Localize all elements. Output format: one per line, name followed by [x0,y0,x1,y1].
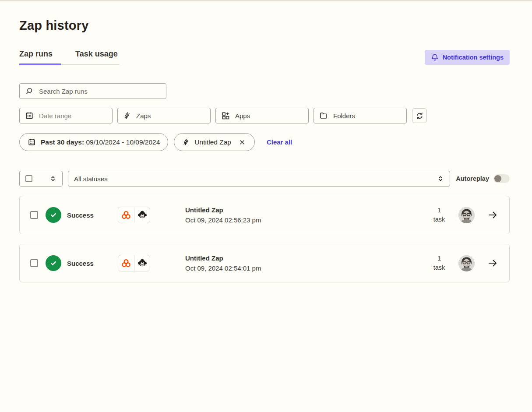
success-status-icon [46,255,61,271]
folders-filter-button[interactable]: Folders [314,108,407,123]
toggle-knob [494,175,501,182]
zap-runs-list: Success [19,196,510,282]
row-checkbox[interactable] [30,259,38,267]
folder-icon [319,111,328,120]
page-title: Zap history [19,18,510,33]
arrow-right-icon[interactable] [487,258,498,268]
zap-filter-chip[interactable]: Untitled Zap [174,133,255,151]
bolt-icon [182,138,190,146]
tab-zap-runs[interactable]: Zap runs [19,49,61,65]
select-all-checkbox[interactable] [25,175,32,182]
bell-icon [431,53,439,61]
app-icons [118,207,150,223]
calendar-icon [28,138,36,146]
task-count-value: 1 [429,206,449,215]
bolt-icon [123,112,131,120]
remove-zap-filter-button[interactable] [238,138,247,147]
zap-info: Untitled Zap Oct 09, 2024 02:56:23 pm [185,206,429,224]
webhooks-app-icon [118,255,134,271]
active-filters-row: Past 30 days: 09/10/2024 - 10/09/2024 Un… [19,133,510,151]
status-filter-value: All statuses [74,175,108,183]
zap-run-row[interactable]: Success [19,196,510,234]
mailchimp-app-icon [134,255,150,271]
select-all-sort-control[interactable] [19,171,63,187]
apps-filter-button[interactable]: Apps [215,108,309,123]
calendar-icon [25,111,34,120]
autoreplay-control: Autoreplay [456,174,510,183]
user-avatar [458,255,475,271]
zap-info: Untitled Zap Oct 09, 2024 02:54:01 pm [185,254,429,272]
zap-run-timestamp: Oct 09, 2024 02:54:01 pm [185,264,429,272]
zap-filter-chip-label: Untitled Zap [194,138,231,146]
task-count-label: task [429,263,449,272]
chevron-up-down-icon [437,175,444,182]
zap-name: Untitled Zap [185,206,429,214]
refresh-button[interactable] [412,108,427,123]
status-filter-select[interactable]: All statuses [68,171,450,187]
date-range-filter-button[interactable]: Date range [19,108,113,123]
filter-row: Date range Zaps Apps [19,108,510,123]
success-status-icon [46,207,61,223]
zap-name: Untitled Zap [185,254,429,262]
task-count: 1 task [429,254,449,272]
row-checkbox[interactable] [30,211,38,219]
search-box [19,83,166,99]
refresh-icon [416,112,424,120]
task-count: 1 task [429,206,449,224]
zap-run-timestamp: Oct 09, 2024 02:56:23 pm [185,216,429,224]
tabs-row: Zap runs Task usage Notification setting… [19,49,510,65]
notification-settings-button[interactable]: Notification settings [425,50,510,65]
autoreplay-label: Autoreplay [456,175,489,182]
task-count-value: 1 [429,254,449,263]
search-icon [25,87,33,95]
user-avatar [458,207,475,223]
zap-run-row[interactable]: Success [19,244,510,282]
app-icons [118,255,150,271]
autoreplay-toggle[interactable] [493,174,510,183]
search-input[interactable] [38,87,161,95]
arrow-right-icon[interactable] [487,210,498,220]
apps-grid-icon [221,111,230,120]
date-range-chip[interactable]: Past 30 days: 09/10/2024 - 10/09/2024 [19,133,168,151]
date-range-chip-label: Past 30 days: 09/10/2024 - 10/09/2024 [41,138,160,146]
mailchimp-app-icon [134,207,150,223]
tab-task-usage[interactable]: Task usage [75,49,120,65]
sort-chevrons-icon [49,175,56,182]
status-label: Success [67,211,114,219]
clear-all-link[interactable]: Clear all [267,138,292,146]
list-controls-row: All statuses Autoreplay [19,171,510,187]
webhooks-app-icon [118,207,134,223]
tab-bar: Zap runs Task usage [19,49,120,65]
task-count-label: task [429,215,449,224]
zaps-filter-button[interactable]: Zaps [117,108,211,123]
status-label: Success [67,260,114,267]
close-icon [239,139,245,145]
